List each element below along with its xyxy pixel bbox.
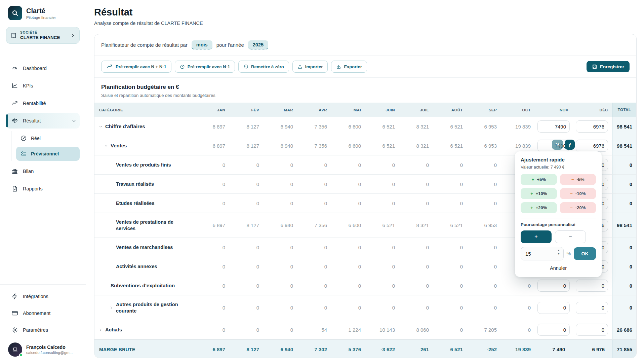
quick-adjust-label: +10% xyxy=(536,191,547,196)
compass-icon xyxy=(20,135,27,142)
period-selector-badge[interactable]: mois xyxy=(192,40,212,49)
dec-input[interactable] xyxy=(576,120,608,133)
sidebar-subitem-reel[interactable]: Réel xyxy=(16,131,80,145)
year-selector-badge[interactable]: 2025 xyxy=(248,40,268,49)
month-value: 8 127 xyxy=(229,124,263,130)
nov-input[interactable] xyxy=(537,120,570,133)
table-section-subtitle: Saisie et répartition automatique des mo… xyxy=(101,93,630,98)
month-value: 0 xyxy=(365,181,399,187)
month-value: 0 xyxy=(229,181,263,187)
total-value: 0 xyxy=(612,295,636,320)
sidebar-item-resultat[interactable]: Résultat xyxy=(6,113,80,129)
report-icon xyxy=(11,185,18,192)
column-header-déc: DÉC xyxy=(572,108,612,112)
dec-input[interactable] xyxy=(576,140,608,152)
planner-text-before: Planificateur de compte de résultat par xyxy=(101,42,188,48)
month-value: 1 224 xyxy=(331,327,365,333)
sidebar-subitem-previsionnel[interactable]: Prévisionnel xyxy=(16,147,80,161)
sidebar-item-integrations[interactable]: Intégrations xyxy=(6,289,80,304)
quick-adjust-plus20pct[interactable]: ++20% xyxy=(521,202,557,213)
percent-adjust-button[interactable]: % xyxy=(552,140,563,150)
plus-icon: + xyxy=(532,177,534,182)
toolbar-button-1[interactable]: Pré-remplir avec N-1 xyxy=(175,61,235,73)
dec-input[interactable] xyxy=(576,324,608,336)
month-value: 0 xyxy=(467,181,501,187)
credit-card-icon xyxy=(11,310,18,317)
chevron-right-icon[interactable] xyxy=(109,305,115,310)
chevron-down-icon[interactable] xyxy=(104,144,109,148)
company-selector[interactable]: SOCIÉTÉ CLARTE FINANCE xyxy=(6,27,80,44)
formula-button[interactable]: ƒ xyxy=(565,140,575,150)
month-value: 0 xyxy=(263,283,297,289)
sidebar-item-abonnement[interactable]: Abonnement xyxy=(6,305,80,321)
sidebar-item-rapports[interactable]: Rapports xyxy=(6,181,80,196)
plus-icon: + xyxy=(530,191,533,196)
sidebar-item-label: Résultat xyxy=(23,118,67,123)
toolbar-button-3[interactable]: Importer xyxy=(292,61,328,73)
sidebar-item-label: Abonnement xyxy=(23,311,76,316)
quick-adjust-minus10pct[interactable]: −-10% xyxy=(560,188,596,199)
popup-divider xyxy=(521,218,596,218)
dec-input[interactable] xyxy=(576,302,608,314)
sidebar-item-rentabilite[interactable]: Rentabilité xyxy=(6,96,80,111)
toolbar-button-0[interactable]: Pré-remplir avec N + N-1 xyxy=(101,61,171,73)
user-profile[interactable]: François Caïcedo caicedo.f.consulting@gm… xyxy=(0,339,86,362)
toolbar-button-2[interactable]: Remettre à zéro xyxy=(238,61,289,73)
chevron-down-icon[interactable] xyxy=(98,124,104,129)
sidebar-subitem-label: Prévisionnel xyxy=(31,151,59,156)
quick-adjust-minus5pct[interactable]: −-5% xyxy=(560,174,596,185)
category-label: Autres produits de gestion courante xyxy=(116,301,193,314)
custom-plus-button[interactable]: + xyxy=(521,230,552,243)
ok-button[interactable]: OK xyxy=(574,247,596,260)
sidebar-item-label: KPIs xyxy=(23,83,76,88)
page-title: Résultat xyxy=(94,7,637,18)
quick-adjust-minus20pct[interactable]: −-20% xyxy=(560,202,596,213)
table-header-row: CATÉGORIEJANFÉVMARAVRMAIJUINJUILAOÛTSEPO… xyxy=(94,103,636,117)
sidebar-item-parametres[interactable]: Paramètres xyxy=(6,322,80,338)
spinner-down-icon[interactable]: ▼ xyxy=(557,252,560,255)
month-value: 8 127 xyxy=(229,222,263,228)
app-logo xyxy=(8,6,22,20)
month-value: 0 xyxy=(365,245,399,250)
nov-input[interactable] xyxy=(537,324,570,336)
quick-adjust-label: -20% xyxy=(575,205,586,210)
month-value: 0 xyxy=(331,162,365,168)
nov-input[interactable] xyxy=(537,302,570,314)
column-header-jan: JAN xyxy=(195,108,229,112)
month-value: 6 521 xyxy=(433,222,467,228)
month-value: 6 521 xyxy=(433,124,467,130)
sidebar-item-label: Dashboard xyxy=(23,66,76,71)
sidebar-item-bilan[interactable]: Bilan xyxy=(6,164,80,179)
dec-input[interactable] xyxy=(576,280,608,292)
category-cell: Travaux réalisés xyxy=(94,181,195,187)
custom-percentage-input[interactable] xyxy=(521,251,545,257)
save-button[interactable]: Enregistrer xyxy=(587,61,630,72)
cancel-link[interactable]: Annuler xyxy=(521,265,596,271)
month-value: 0 xyxy=(331,245,365,250)
month-value: 6 521 xyxy=(365,124,399,130)
column-header-nov: NOV xyxy=(535,108,572,112)
dec-cell xyxy=(572,140,612,152)
category-cell: Chiffre d'affaires xyxy=(94,123,195,130)
spinner-up-icon[interactable]: ▲ xyxy=(557,249,560,252)
chevron-right-icon[interactable] xyxy=(98,328,104,332)
footer-month-value: 8 127 xyxy=(229,347,263,352)
footer-nov-value: 7 490 xyxy=(535,347,572,352)
quick-adjust-plus10pct[interactable]: ++10% xyxy=(521,188,557,199)
quick-adjust-popup: Ajustement rapide Valeur actuelle: 7 490… xyxy=(515,151,602,277)
category-label: Activités annexes xyxy=(116,263,157,270)
table-footer-row: MARGE BRUTE6 8978 1276 9407 3025 376-3 6… xyxy=(94,339,636,358)
month-value: 8 321 xyxy=(399,222,433,228)
month-value: 0 xyxy=(263,305,297,311)
company-label: SOCIÉTÉ xyxy=(20,31,67,34)
custom-minus-button[interactable]: − xyxy=(555,230,586,243)
toolbar-button-4[interactable]: Exporter xyxy=(331,61,367,73)
quick-adjust-plus5pct[interactable]: ++5% xyxy=(521,174,557,185)
sidebar-item-label: Rentabilité xyxy=(23,101,76,106)
category-label: Subventions d'exploitation xyxy=(111,282,175,289)
sidebar-item-dashboard[interactable]: Dashboard xyxy=(6,61,80,76)
quick-adjust-label: -5% xyxy=(576,177,584,182)
sidebar-item-kpis[interactable]: KPIs xyxy=(6,78,80,94)
month-value: 0 xyxy=(195,327,229,333)
nov-input[interactable] xyxy=(537,280,570,292)
